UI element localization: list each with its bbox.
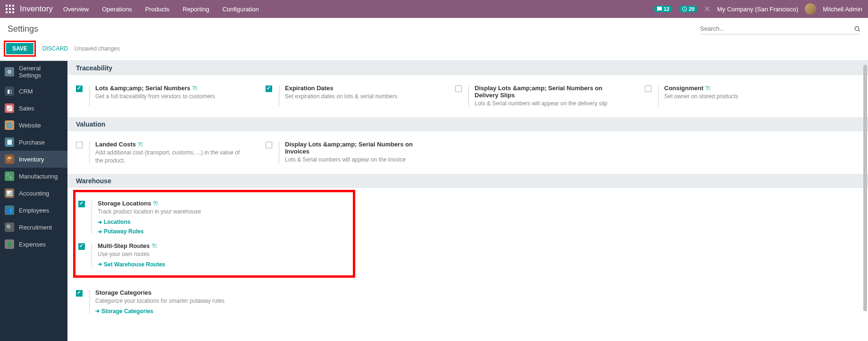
arrow-icon: ➔ xyxy=(98,261,102,267)
checkbox-multistep[interactable] xyxy=(78,243,85,250)
setting-desc: Categorize your locations for smarter pu… xyxy=(95,297,249,305)
setting-desc: Get a full traceability from vendors to … xyxy=(95,93,249,101)
activities-badge[interactable]: 29 xyxy=(679,6,697,12)
topnav-right: 12 29 ✕ My Company (San Francisco) Mitch… xyxy=(654,3,862,15)
discard-button[interactable]: DISCARD xyxy=(42,45,68,52)
divider xyxy=(468,85,469,107)
company-name[interactable]: My Company (San Francisco) xyxy=(717,6,798,13)
sidebar-item-label: CRM xyxy=(19,88,33,95)
divider xyxy=(92,201,92,234)
search-wrap xyxy=(700,23,860,34)
help-icon[interactable]: ?⃝ xyxy=(705,85,710,92)
section-warehouse: Warehouse xyxy=(67,174,868,188)
setting-lots: Lots &amp;amp; Serial Numbers?⃝ Get a fu… xyxy=(67,81,257,111)
setting-multistep: Multi-Step Routes?⃝ Use your own routes … xyxy=(75,239,217,272)
website-icon: 🌐 xyxy=(5,120,14,130)
checkbox-storage-categories[interactable] xyxy=(76,290,83,297)
nav-reporting[interactable]: Reporting xyxy=(183,6,209,13)
setting-title: Expiration Dates xyxy=(285,85,334,92)
employees-icon: 👥 xyxy=(5,205,14,215)
nav-overview[interactable]: Overview xyxy=(63,6,89,13)
sidebar-item-accounting[interactable]: 📊Accounting xyxy=(0,185,67,202)
link-putaway-rules[interactable]: ➔Putaway Rules xyxy=(98,228,209,235)
highlight-warehouse-row: Storage Locations?⃝ Track product locati… xyxy=(73,190,355,278)
settings-content: Traceability Lots &amp;amp; Serial Numbe… xyxy=(67,61,868,341)
checkbox-landed[interactable] xyxy=(76,142,83,148)
checkbox-lots[interactable] xyxy=(76,85,83,92)
nav-operations[interactable]: Operations xyxy=(102,6,132,13)
svg-rect-8 xyxy=(12,11,14,13)
divider xyxy=(92,243,92,267)
checkbox-consignment[interactable] xyxy=(645,85,651,92)
checkbox-storage-locations[interactable] xyxy=(78,201,85,207)
messages-count: 12 xyxy=(664,6,669,12)
scrollbar-track[interactable] xyxy=(862,61,867,341)
help-icon[interactable]: ?⃝ xyxy=(138,141,143,148)
messages-badge[interactable]: 12 xyxy=(654,6,672,12)
sidebar-item-manufacturing[interactable]: 🔧Manufacturing xyxy=(0,168,67,185)
section-traceability: Traceability xyxy=(67,61,868,75)
setting-title: Consignment xyxy=(664,85,703,92)
search-input[interactable] xyxy=(700,23,854,34)
avatar[interactable] xyxy=(805,3,816,15)
recruitment-icon: 🔍 xyxy=(5,222,14,232)
page-title: Settings xyxy=(8,24,38,34)
svg-point-9 xyxy=(855,26,859,30)
search-icon[interactable] xyxy=(854,26,860,32)
app-title[interactable]: Inventory xyxy=(20,4,53,14)
nav-menu: Overview Operations Products Reporting C… xyxy=(63,6,259,13)
help-icon[interactable]: ?⃝ xyxy=(192,85,198,92)
sidebar-item-expenses[interactable]: 💲Expenses xyxy=(0,236,67,253)
scrollbar-thumb[interactable] xyxy=(863,65,867,311)
setting-display-slips: Display Lots &amp;amp; Serial Numbers on… xyxy=(447,81,636,111)
action-bar: SAVE DISCARD Unsaved changes xyxy=(0,35,868,61)
valuation-grid: Landed Costs?⃝ Add additional cost (tran… xyxy=(67,131,868,174)
sidebar-item-label: Purchase xyxy=(19,139,45,146)
warehouse-grid-1: Storage Locations?⃝ Track product locati… xyxy=(75,194,353,273)
setting-landed: Landed Costs?⃝ Add additional cost (tran… xyxy=(67,137,257,169)
sidebar-item-label: Sales xyxy=(19,105,34,112)
link-locations[interactable]: ➔Locations xyxy=(98,219,209,225)
close-icon[interactable]: ✕ xyxy=(704,4,710,14)
setting-title: Lots &amp;amp; Serial Numbers xyxy=(95,85,191,92)
sidebar-item-general[interactable]: ⚙General Settings xyxy=(0,61,67,83)
sidebar-item-purchase[interactable]: 🧾Purchase xyxy=(0,134,67,151)
expenses-icon: 💲 xyxy=(5,239,14,249)
setting-desc: Track product location in your warehouse xyxy=(98,208,209,216)
save-button[interactable]: SAVE xyxy=(6,43,33,54)
sidebar-item-inventory[interactable]: 📦Inventory xyxy=(0,151,67,168)
section-valuation: Valuation xyxy=(67,117,868,131)
setting-desc: Use your own routes xyxy=(98,250,209,258)
checkbox-expiration[interactable] xyxy=(266,85,272,92)
svg-line-10 xyxy=(859,30,860,31)
sidebar-item-recruitment[interactable]: 🔍Recruitment xyxy=(0,219,67,236)
setting-expiration: Expiration Dates Set expiration dates on… xyxy=(257,81,447,111)
setting-title: Multi-Step Routes xyxy=(98,242,150,249)
setting-title: Display Lots &amp;amp; Serial Numbers on… xyxy=(475,85,602,99)
checkbox-display-slips[interactable] xyxy=(455,85,462,92)
link-storage-categories[interactable]: ➔Storage Categories xyxy=(95,308,249,315)
setting-storage-locations: Storage Locations?⃝ Track product locati… xyxy=(75,196,217,239)
help-icon[interactable]: ?⃝ xyxy=(153,200,158,207)
inventory-icon: 📦 xyxy=(5,154,14,164)
settings-header: Settings xyxy=(0,18,868,35)
nav-configuration[interactable]: Configuration xyxy=(222,6,259,13)
setting-desc: Lots & Serial numbers will appear on the… xyxy=(285,156,438,164)
sidebar-item-label: Employees xyxy=(19,207,49,214)
checkbox-display-inv[interactable] xyxy=(266,142,272,148)
svg-rect-0 xyxy=(6,5,8,7)
nav-products[interactable]: Products xyxy=(145,6,169,13)
sidebar-item-crm[interactable]: ◧CRM xyxy=(0,83,67,100)
setting-title: Landed Costs xyxy=(95,141,136,148)
help-icon[interactable]: ?⃝ xyxy=(152,243,157,249)
setting-desc: Add additional cost (transport, customs,… xyxy=(95,149,249,165)
svg-rect-3 xyxy=(6,8,8,10)
sidebar-item-website[interactable]: 🌐Website xyxy=(0,117,67,134)
link-set-warehouse-routes[interactable]: ➔Set Warehouse Routes xyxy=(98,261,209,268)
sidebar-item-sales[interactable]: 📈Sales xyxy=(0,100,67,117)
sidebar-item-employees[interactable]: 👥Employees xyxy=(0,202,67,219)
sidebar-item-label: Website xyxy=(19,122,41,129)
apps-icon[interactable] xyxy=(6,5,14,13)
svg-rect-5 xyxy=(12,8,14,10)
user-name[interactable]: Mitchell Admin xyxy=(823,6,862,13)
